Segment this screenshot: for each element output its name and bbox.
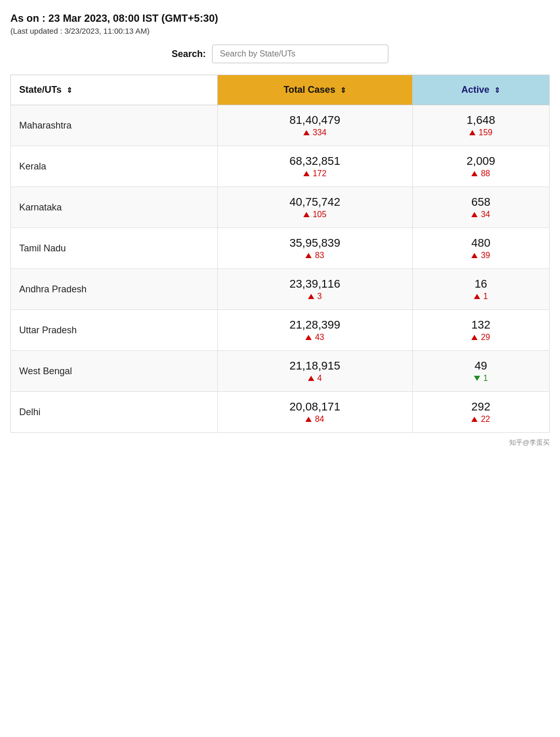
delta-arrow-total: [305, 253, 312, 258]
state-name-cell: West Bengal: [11, 351, 218, 392]
delta-arrow-active: [474, 294, 480, 299]
active-delta: 88: [421, 169, 541, 178]
active-delta: 29: [421, 333, 541, 342]
table-row: Kerala 68,32,851 172 2,009 88: [11, 146, 550, 187]
total-cases-value: 20,08,171: [226, 400, 404, 414]
col-header-active[interactable]: Active ⇕: [412, 75, 549, 105]
total-cases-delta: 43: [226, 333, 404, 342]
total-cases-cell: 20,08,171 84: [217, 392, 412, 433]
active-value: 658: [421, 195, 541, 209]
header-subtitle: (Last updated : 3/23/2023, 11:00:13 AM): [10, 26, 550, 35]
table-row: Maharashtra 81,40,479 334 1,648 159: [11, 105, 550, 146]
watermark: 知乎@李蛋买: [10, 438, 550, 447]
col-header-total-cases[interactable]: Total Cases ⇕: [217, 75, 412, 105]
total-cases-delta: 172: [226, 169, 404, 178]
delta-arrow-active: [469, 130, 475, 135]
header-title: As on : 23 Mar 2023, 08:00 IST (GMT+5:30…: [10, 12, 550, 24]
total-cases-cell: 21,18,915 4: [217, 351, 412, 392]
active-cell: 132 29: [412, 310, 549, 351]
total-cases-value: 35,95,839: [226, 236, 404, 250]
total-cases-cell: 68,32,851 172: [217, 146, 412, 187]
total-cases-delta: 334: [226, 128, 404, 137]
table-row: Delhi 20,08,171 84 292 22: [11, 392, 550, 433]
total-cases-delta: 4: [226, 374, 404, 383]
active-cell: 1,648 159: [412, 105, 549, 146]
delta-arrow-active: [474, 376, 480, 381]
delta-arrow-total: [308, 294, 314, 299]
total-cases-cell: 40,75,742 105: [217, 187, 412, 228]
total-cases-value: 21,18,915: [226, 359, 404, 373]
delta-arrow-total: [305, 417, 312, 422]
table-header-row: State/UTs ⇕ Total Cases ⇕ Active ⇕: [11, 75, 550, 105]
table-row: Uttar Pradesh 21,28,399 43 132 29: [11, 310, 550, 351]
total-cases-value: 21,28,399: [226, 318, 404, 332]
total-cases-value: 23,39,116: [226, 277, 404, 291]
active-delta: 159: [421, 128, 541, 137]
total-cases-cell: 35,95,839 83: [217, 228, 412, 269]
total-cases-cell: 23,39,116 3: [217, 269, 412, 310]
active-cell: 480 39: [412, 228, 549, 269]
state-name-cell: Delhi: [11, 392, 218, 433]
active-cell: 292 22: [412, 392, 549, 433]
active-delta: 1: [421, 374, 541, 383]
header-section: As on : 23 Mar 2023, 08:00 IST (GMT+5:30…: [10, 12, 550, 35]
delta-arrow-total: [303, 212, 310, 217]
delta-arrow-total: [308, 376, 314, 381]
covid-table: State/UTs ⇕ Total Cases ⇕ Active ⇕ Mahar…: [10, 75, 550, 433]
delta-arrow-active: [471, 212, 478, 217]
delta-arrow-total: [303, 171, 310, 176]
active-cell: 49 1: [412, 351, 549, 392]
active-delta: 1: [421, 292, 541, 301]
active-cell: 2,009 88: [412, 146, 549, 187]
search-input[interactable]: [212, 45, 388, 63]
active-value: 480: [421, 236, 541, 250]
total-cases-delta: 83: [226, 251, 404, 260]
active-value: 2,009: [421, 154, 541, 168]
state-name-cell: Kerala: [11, 146, 218, 187]
active-value: 292: [421, 400, 541, 414]
active-value: 132: [421, 318, 541, 332]
delta-arrow-total: [305, 335, 312, 340]
state-name-cell: Karnataka: [11, 187, 218, 228]
sort-icon-state: ⇕: [66, 86, 73, 94]
state-name-cell: Tamil Nadu: [11, 228, 218, 269]
total-cases-cell: 21,28,399 43: [217, 310, 412, 351]
state-name-cell: Uttar Pradesh: [11, 310, 218, 351]
delta-arrow-active: [471, 171, 478, 176]
sort-icon-active: ⇕: [494, 86, 500, 94]
active-value: 1,648: [421, 114, 541, 127]
table-row: Karnataka 40,75,742 105 658 34: [11, 187, 550, 228]
active-delta: 22: [421, 415, 541, 424]
delta-arrow-total: [303, 130, 310, 135]
active-delta: 34: [421, 210, 541, 219]
total-cases-value: 40,75,742: [226, 195, 404, 209]
sort-icon-total: ⇕: [340, 86, 346, 94]
total-cases-delta: 105: [226, 210, 404, 219]
delta-arrow-active: [471, 335, 478, 340]
delta-arrow-active: [471, 253, 478, 258]
delta-arrow-active: [471, 417, 478, 422]
total-cases-delta: 3: [226, 292, 404, 301]
search-bar: Search:: [10, 45, 550, 63]
state-name-cell: Andhra Pradesh: [11, 269, 218, 310]
active-cell: 16 1: [412, 269, 549, 310]
active-value: 49: [421, 359, 541, 373]
table-row: Andhra Pradesh 23,39,116 3 16 1: [11, 269, 550, 310]
total-cases-delta: 84: [226, 415, 404, 424]
active-delta: 39: [421, 251, 541, 260]
active-cell: 658 34: [412, 187, 549, 228]
search-label: Search:: [172, 49, 206, 60]
table-row: West Bengal 21,18,915 4 49 1: [11, 351, 550, 392]
col-header-state[interactable]: State/UTs ⇕: [11, 75, 218, 105]
state-name-cell: Maharashtra: [11, 105, 218, 146]
active-value: 16: [421, 277, 541, 291]
table-row: Tamil Nadu 35,95,839 83 480 39: [11, 228, 550, 269]
total-cases-value: 68,32,851: [226, 154, 404, 168]
total-cases-cell: 81,40,479 334: [217, 105, 412, 146]
total-cases-value: 81,40,479: [226, 114, 404, 127]
